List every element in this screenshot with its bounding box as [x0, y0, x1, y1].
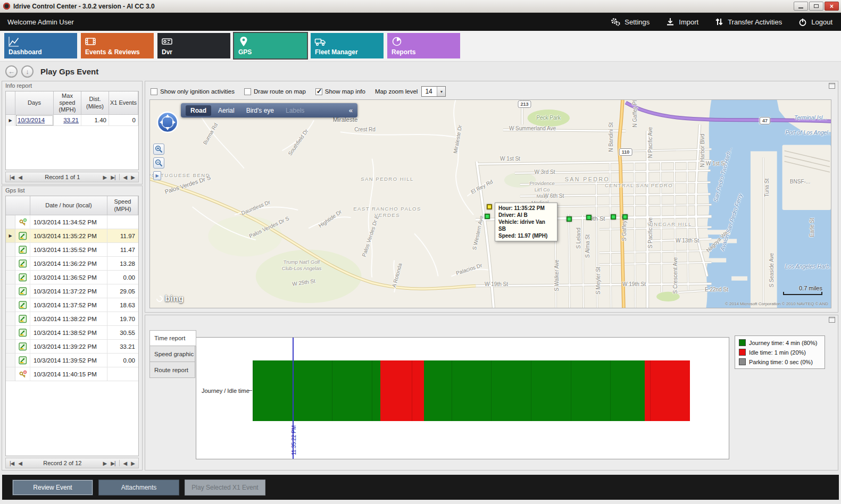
header-gutter — [6, 91, 15, 115]
gps-list-row[interactable]: 10/3/2014 11:34:52 PM — [6, 215, 138, 229]
panel-collapse-icon[interactable] — [829, 83, 835, 89]
gps-point-marker[interactable] — [622, 214, 628, 220]
pager-first-button[interactable]: |◀ — [7, 174, 16, 180]
gps-list-row[interactable]: 10/3/2014 11:40:15 PM — [6, 367, 138, 381]
pager-scroll-right-button[interactable]: ▶ — [129, 174, 137, 180]
tab-fleet-manager[interactable]: Fleet Manager — [311, 33, 384, 58]
gps-list-row[interactable]: 10/3/2014 11:38:22 PM 19.70 — [6, 312, 138, 326]
map-style-toolbar: Road Aerial Bird's eye Labels « — [181, 103, 357, 117]
column-header[interactable]: Days — [15, 91, 54, 115]
gps-date-cell: 10/3/2014 11:38:22 PM — [30, 312, 107, 326]
checkbox-box[interactable] — [244, 88, 251, 95]
checkbox-box[interactable] — [151, 88, 157, 95]
legend-swatch — [739, 339, 746, 346]
tab-label: Events & Reviews — [85, 48, 140, 56]
gps-list-row[interactable]: 10/3/2014 11:36:52 PM 0.00 — [6, 271, 138, 284]
tab-gps[interactable]: GPS — [234, 33, 307, 58]
transfer-activities-button[interactable]: Transfer Activities — [714, 18, 782, 26]
gps-list-row[interactable]: 10/3/2014 11:37:52 PM 18.63 — [6, 298, 138, 312]
pager-next-button[interactable]: ▶ — [101, 174, 109, 180]
map-style-tab[interactable]: Labels — [281, 105, 309, 116]
window-title: Idrive Control Center - 3.0.2 version - … — [13, 3, 155, 10]
report-tab[interactable]: Speed graphic — [149, 346, 195, 362]
gps-list-table: Date / hour (local) Speed (MPH) 10/3/201… — [5, 196, 139, 456]
minimize-button[interactable] — [794, 2, 808, 11]
panel-collapse-icon[interactable] — [829, 317, 835, 323]
map-style-tab[interactable]: Road — [186, 105, 211, 116]
report-tab[interactable]: Route report — [149, 362, 195, 378]
footer-button[interactable]: Review Event — [12, 480, 93, 495]
pager-prev-button[interactable]: ◀ — [16, 174, 24, 180]
highway-shield: 213 — [518, 100, 531, 108]
column-header[interactable]: Dist. (Miles) — [81, 91, 109, 115]
column-header[interactable]: X1 Events — [109, 91, 138, 115]
toolbar-collapse-button[interactable]: « — [349, 106, 353, 114]
pager-last-button[interactable]: ▶| — [109, 174, 117, 180]
down-button[interactable]: ↓ — [21, 65, 34, 78]
pager-scroll-left-button[interactable]: ◀ — [121, 174, 129, 180]
pager-scroll-right-button[interactable]: ▶ — [129, 460, 137, 466]
checkbox-box[interactable] — [315, 88, 322, 95]
pager-scroll-left-button[interactable]: ◀ — [121, 460, 129, 466]
maximize-button[interactable] — [809, 2, 823, 11]
gps-row-icon — [19, 356, 27, 365]
gps-point-marker[interactable] — [485, 214, 490, 219]
tab-events-reviews[interactable]: Events & Reviews — [81, 33, 154, 58]
map-zoom-select[interactable]: 14 ▼ — [421, 86, 446, 97]
settings-button[interactable]: Settings — [610, 17, 650, 27]
tab-dashboard[interactable]: Dashboard — [4, 33, 77, 58]
gps-list-row[interactable]: 10/3/2014 11:39:52 PM 0.00 — [6, 354, 138, 367]
app-window: Idrive Control Center - 3.0.2 version - … — [0, 0, 841, 504]
gps-list-row[interactable]: 10/3/2014 11:35:52 PM 11.47 — [6, 243, 138, 257]
back-button[interactable]: ← — [5, 65, 18, 78]
gps-list-panel: Gps list Date / hour (local) Speed (MPH)… — [2, 186, 143, 471]
map-option-checkbox[interactable]: Show map info — [315, 88, 365, 95]
gps-date-cell: 10/3/2014 11:40:15 PM — [30, 367, 107, 381]
map-style-tab[interactable]: Bird's eye — [242, 105, 279, 116]
logout-button[interactable]: Logout — [798, 18, 832, 27]
gps-list-row[interactable]: 10/3/2014 11:35:22 PM 11.97 — [6, 229, 138, 243]
map-option-checkbox[interactable]: Show only ignition activities — [151, 88, 235, 95]
footer-button[interactable]: Play Selected X1 Event — [185, 480, 265, 495]
gps-point-marker[interactable] — [567, 216, 572, 222]
gps-list-row[interactable]: 10/3/2014 11:37:22 PM 29.05 — [6, 284, 138, 298]
pager-last-button[interactable]: ▶| — [109, 460, 117, 466]
pager-first-button[interactable]: |◀ — [7, 460, 16, 466]
zoom-in-button[interactable] — [153, 144, 164, 155]
map[interactable]: Miraleste Peck Park W Summerland Ave Cre… — [149, 99, 831, 308]
column-header[interactable]: Date / hour (local) — [30, 196, 107, 215]
pager-prev-button[interactable]: ◀ — [16, 460, 24, 466]
report-tab[interactable]: Time report — [149, 330, 196, 346]
gps-point-marker[interactable] — [586, 215, 592, 220]
map-option-checkbox[interactable]: Draw route on map — [244, 88, 306, 95]
gps-row-icon — [19, 273, 27, 282]
dvr-icon — [161, 36, 173, 47]
row-indicator — [6, 229, 15, 243]
tab-reports[interactable]: Reports — [387, 33, 460, 58]
map-compass-control[interactable] — [156, 111, 179, 136]
map-style-tab[interactable]: Aerial — [213, 105, 239, 116]
zoom-out-button[interactable] — [153, 157, 164, 169]
days-cell[interactable]: 10/3/2014 — [15, 115, 54, 126]
import-button[interactable]: Import — [665, 18, 698, 26]
column-header[interactable]: Speed (MPH) — [107, 196, 138, 215]
column-header[interactable]: Max speed (MPH) — [54, 91, 81, 115]
table-row[interactable]: ▶ 10/3/2014 33.21 1.40 0 — [6, 115, 138, 126]
map-controls-expand-button[interactable]: ▶ — [153, 171, 161, 180]
footer-button[interactable]: Attachments — [98, 480, 179, 495]
gps-list-row[interactable]: 10/3/2014 11:38:52 PM 30.55 — [6, 326, 138, 340]
max-speed-cell[interactable]: 33.21 — [54, 115, 81, 126]
legend-swatch — [739, 358, 746, 365]
chevron-down-icon[interactable]: ▼ — [437, 87, 445, 96]
close-button[interactable]: × — [825, 2, 839, 11]
gps-list-row[interactable]: 10/3/2014 11:39:22 PM 33.21 — [6, 340, 138, 354]
row-indicator: ▶ — [6, 115, 15, 126]
tab-dvr[interactable]: Dvr — [157, 33, 230, 58]
gps-list-row[interactable]: 10/3/2014 11:36:22 PM 13.28 — [6, 257, 138, 271]
timeline-plot: Journey / Idle time 11:35:22 PM — [196, 337, 729, 459]
panel-title: Info report — [5, 82, 32, 89]
gps-point-marker[interactable] — [487, 204, 492, 209]
pager-next-button[interactable]: ▶ — [101, 460, 109, 466]
row-indicator — [6, 354, 15, 367]
gps-point-marker[interactable] — [611, 214, 616, 220]
